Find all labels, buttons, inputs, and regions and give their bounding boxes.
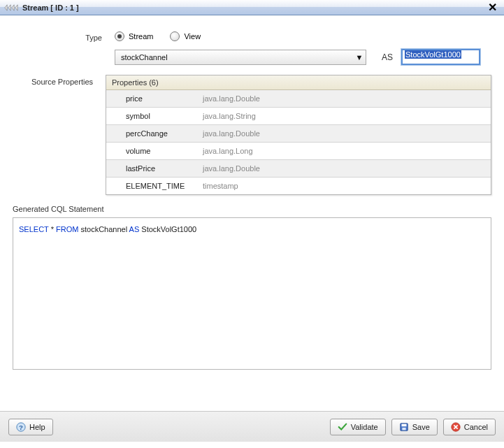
help-button[interactable]: ? Help [8, 419, 53, 435]
type-radio-stream[interactable]: Stream [115, 31, 153, 41]
footer: ? Help Validate Save Cancel [0, 411, 504, 442]
validate-label: Validate [351, 423, 378, 431]
check-icon [338, 422, 347, 432]
chevron-down-icon: ▼ [353, 53, 366, 62]
cql-keyword: FROM [56, 225, 78, 233]
type-radio-view[interactable]: View [170, 31, 201, 41]
cql-section-title: Generated CQL Statement [13, 205, 491, 213]
source-dropdown[interactable]: stockChannel ▼ [115, 50, 366, 65]
help-icon: ? [16, 422, 26, 432]
property-row[interactable]: ELEMENT_TIMEtimestamp [106, 177, 491, 194]
titlebar: Stream [ ID : 1 ] ✕ [0, 0, 504, 15]
property-type: java.lang.Double [203, 94, 260, 103]
save-label: Save [412, 423, 430, 431]
property-type: java.lang.Double [203, 164, 260, 173]
save-button[interactable]: Save [391, 419, 438, 435]
cql-text: StockVolGt1000 [141, 225, 196, 233]
properties-header: Properties (6) [106, 75, 491, 90]
property-row[interactable]: symboljava.lang.String [106, 107, 491, 124]
source-dropdown-value: stockChannel [121, 53, 168, 62]
svg-rect-3 [401, 424, 406, 426]
property-type: java.lang.Double [203, 129, 260, 138]
cancel-button[interactable]: Cancel [443, 419, 496, 435]
close-button[interactable]: ✕ [485, 1, 500, 14]
window-title: Stream [ ID : 1 ] [22, 3, 79, 12]
validate-button[interactable]: Validate [330, 419, 386, 435]
radio-label-stream: Stream [129, 32, 153, 41]
alias-input[interactable]: StockVolGt1000 [401, 49, 480, 65]
cql-text: * [51, 225, 54, 233]
property-name: ELEMENT_TIME [126, 182, 203, 190]
help-label: Help [29, 423, 45, 431]
cql-keyword: SELECT [19, 225, 49, 233]
property-name: symbol [126, 112, 203, 120]
cql-text: stockChannel [80, 225, 127, 233]
source-properties-label: Source Properties [13, 75, 106, 86]
dialog-content: Type Stream View stockChannel ▼ AS [0, 15, 504, 411]
radio-icon [170, 31, 180, 41]
cql-keyword: AS [129, 225, 140, 233]
svg-rect-4 [402, 427, 405, 430]
property-row[interactable]: percChangejava.lang.Double [106, 124, 491, 142]
property-name: price [126, 94, 203, 103]
property-type: java.lang.String [203, 112, 256, 120]
type-radio-group: Stream View [115, 31, 201, 41]
radio-icon [115, 31, 124, 41]
property-row[interactable]: lastPricejava.lang.Double [106, 159, 491, 177]
stream-icon [4, 3, 18, 13]
cql-statement-box[interactable]: SELECT * FROM stockChannel AS StockVolGt… [13, 217, 491, 370]
radio-label-view: View [184, 32, 201, 41]
save-icon [399, 422, 409, 432]
properties-table: Properties (6) pricejava.lang.Doublesymb… [106, 75, 491, 195]
property-row[interactable]: volumejava.lang.Long [106, 142, 491, 159]
as-label: AS [382, 52, 393, 62]
type-label: Type [13, 31, 115, 42]
property-type: java.lang.Long [203, 147, 253, 155]
property-name: lastPrice [126, 164, 203, 173]
cancel-icon [451, 422, 461, 432]
alias-input-value: StockVolGt1000 [405, 50, 461, 59]
cancel-label: Cancel [464, 423, 488, 431]
svg-text:?: ? [19, 423, 23, 431]
property-row[interactable]: pricejava.lang.Double [106, 90, 491, 107]
property-name: percChange [126, 129, 203, 138]
property-type: timestamp [203, 182, 238, 190]
property-name: volume [126, 147, 203, 155]
